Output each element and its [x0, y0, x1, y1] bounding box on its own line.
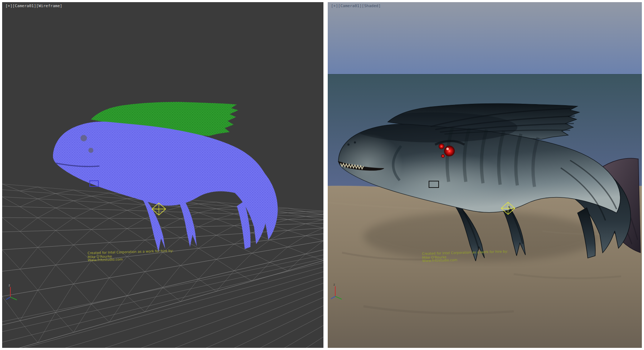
sky-background [328, 2, 642, 74]
eye-highlight [447, 148, 449, 150]
nostril [347, 144, 350, 146]
dual-viewport-frame: Created for Intel Corporation as a work … [0, 0, 644, 350]
viewport-label-shaded[interactable]: [+][Camera01][Shaded] [331, 4, 381, 8]
fish-eye-tiny [441, 154, 445, 158]
viewport-label-wireframe[interactable]: [+][Camera01][Wireframe] [5, 4, 62, 8]
axis-z-label: z [9, 284, 10, 287]
axis-z-label: z [333, 283, 335, 286]
wireframe-canvas[interactable]: Created for Intel Corporation as a work … [2, 2, 323, 348]
nostril [354, 141, 356, 144]
fish-eye-large [444, 146, 455, 156]
fish-head-spot [80, 135, 87, 141]
fish-head-spot [88, 148, 93, 153]
fish-ground-shadow [364, 212, 600, 262]
fish-eye-small [439, 144, 444, 149]
shaded-canvas[interactable]: Created for Intel Corporation as a work … [328, 2, 642, 348]
viewport-shaded[interactable]: Created for Intel Corporation as a work … [328, 2, 642, 348]
viewport-wireframe[interactable]: Created for Intel Corporation as a work … [2, 2, 323, 348]
